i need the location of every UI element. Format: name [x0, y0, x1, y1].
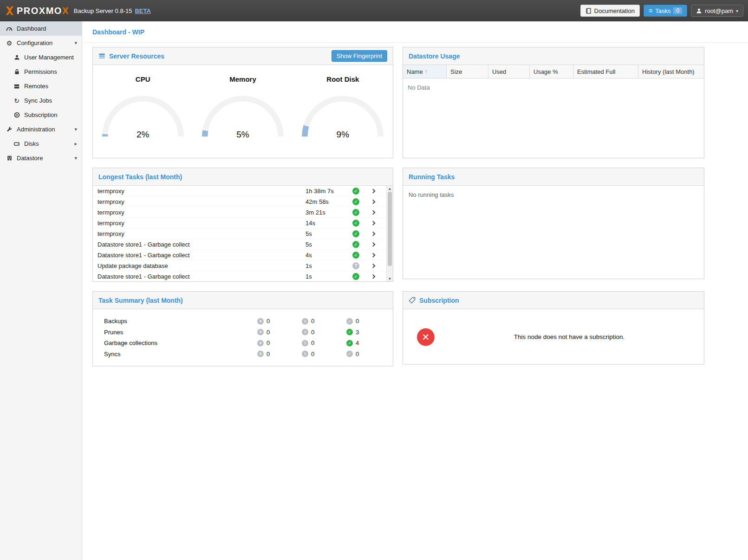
- ok-count[interactable]: 0: [356, 351, 359, 358]
- ok-count[interactable]: 4: [356, 339, 359, 346]
- user-label: root@pam: [705, 7, 733, 14]
- task-row[interactable]: Datastore store1 - Garbage collect 1s: [93, 271, 386, 282]
- task-duration: 1s: [306, 273, 347, 280]
- building-icon: [6, 155, 13, 161]
- error-count[interactable]: 0: [267, 351, 270, 358]
- show-fingerprint-button[interactable]: Show Fingerprint: [332, 50, 387, 62]
- task-status-icon: [352, 188, 359, 195]
- server-icon: [13, 83, 20, 90]
- tasks-count-badge: 0: [673, 7, 682, 14]
- warning-count[interactable]: 0: [311, 329, 314, 336]
- panel-title: Server Resources: [109, 52, 164, 60]
- task-status-icon: [352, 252, 359, 259]
- collapse-arrow-icon[interactable]: ▾: [74, 40, 77, 46]
- sidebar-item-sync-jobs[interactable]: ↻ Sync Jobs: [0, 93, 82, 108]
- task-list-icon: ≡: [649, 7, 652, 14]
- column-header-estimated-full[interactable]: Estimated Full: [573, 65, 638, 78]
- task-row[interactable]: termproxy 1h 38m 7s: [93, 186, 386, 196]
- task-status-icon: [352, 220, 359, 227]
- summary-row: Backups 0 0 0: [104, 316, 393, 327]
- sidebar-item-user-management[interactable]: User Management: [0, 50, 82, 65]
- scrollbar-thumb[interactable]: [388, 192, 392, 266]
- task-open-chevron-icon[interactable]: [364, 189, 382, 193]
- sidebar: Dashboard ⚙ Configuration ▾ User Managem…: [0, 21, 82, 560]
- warning-count[interactable]: 0: [311, 318, 314, 325]
- task-open-chevron-icon[interactable]: [364, 221, 382, 225]
- sidebar-item-dashboard[interactable]: Dashboard: [0, 21, 82, 36]
- task-open-chevron-icon[interactable]: [364, 264, 382, 267]
- sidebar-item-disks[interactable]: Disks ▸: [0, 137, 82, 151]
- sidebar-item-configuration[interactable]: ⚙ Configuration ▾: [0, 36, 82, 50]
- sidebar-item-label: Permissions: [24, 68, 57, 75]
- error-count[interactable]: 0: [267, 318, 270, 325]
- scroll-down-icon[interactable]: ▼: [387, 277, 393, 281]
- task-row[interactable]: termproxy 42m 58s: [93, 196, 386, 207]
- user-icon: [13, 54, 20, 60]
- sidebar-item-label: Remotes: [24, 83, 48, 90]
- collapse-arrow-icon[interactable]: ▾: [74, 155, 77, 161]
- task-open-chevron-icon[interactable]: [364, 211, 382, 214]
- task-status-icon: [352, 198, 359, 205]
- panel-title: Task Summary (last Month): [98, 297, 183, 304]
- book-icon: [585, 8, 592, 14]
- sidebar-item-datastore[interactable]: Datastore ▾: [0, 151, 82, 165]
- sidebar-item-administration[interactable]: Administration ▾: [0, 122, 82, 137]
- expand-arrow-icon[interactable]: ▸: [74, 141, 77, 147]
- warning-icon: [302, 340, 308, 346]
- task-name: termproxy: [93, 198, 306, 205]
- error-icon: [257, 351, 264, 357]
- ok-icon: [346, 318, 353, 325]
- documentation-button[interactable]: Documentation: [580, 5, 640, 17]
- sidebar-item-label: Sync Jobs: [24, 97, 52, 104]
- beta-link[interactable]: BETA: [135, 7, 150, 14]
- warning-count[interactable]: 0: [311, 351, 314, 358]
- ok-count[interactable]: 3: [356, 329, 359, 336]
- column-header-history[interactable]: History (last Month): [638, 65, 704, 78]
- task-row[interactable]: termproxy 3m 21s: [93, 207, 386, 218]
- column-header-size[interactable]: Size: [447, 65, 488, 78]
- ticket-icon: [409, 297, 416, 304]
- scroll-up-icon[interactable]: ▲: [387, 187, 393, 191]
- ok-icon: [346, 340, 353, 346]
- running-tasks-panel: Running Tasks No running tasks: [403, 168, 704, 279]
- proxmox-logo: PROXMOX: [5, 6, 69, 16]
- task-summary-panel: Task Summary (last Month) Backups 0 0 0 …: [92, 291, 393, 366]
- sidebar-item-subscription[interactable]: Subscription: [0, 108, 82, 122]
- task-name: Datastore store1 - Garbage collect: [93, 241, 306, 248]
- task-open-chevron-icon[interactable]: [364, 232, 382, 235]
- memory-gauge: Memory 5%: [193, 65, 293, 158]
- column-header-usage-pct[interactable]: Usage %: [530, 65, 573, 78]
- hdd-icon: [13, 141, 20, 147]
- error-count[interactable]: 0: [267, 339, 270, 346]
- collapse-arrow-icon[interactable]: ▾: [74, 126, 77, 132]
- task-open-chevron-icon[interactable]: [364, 200, 382, 203]
- task-duration: 42m 58s: [306, 198, 347, 205]
- sidebar-item-remotes[interactable]: Remotes: [0, 79, 82, 93]
- tasks-button[interactable]: ≡ Tasks 0: [644, 5, 687, 17]
- sidebar-item-label: Datastore: [17, 155, 43, 162]
- warning-count[interactable]: 0: [311, 339, 314, 346]
- ok-count[interactable]: 0: [356, 318, 359, 325]
- tachometer-icon: [6, 26, 13, 32]
- summary-row: Garbage collections 0 0 4: [104, 338, 393, 349]
- panel-title: Subscription: [419, 297, 459, 304]
- user-menu-button[interactable]: root@pam ▾: [691, 5, 743, 17]
- proxmox-x-icon: [5, 6, 15, 16]
- task-name: Datastore store1 - Garbage collect: [93, 273, 306, 280]
- column-header-name[interactable]: Name ↑: [403, 65, 447, 78]
- task-row[interactable]: termproxy 5s: [93, 228, 386, 239]
- sidebar-item-permissions[interactable]: Permissions: [0, 65, 82, 79]
- task-row[interactable]: Datastore store1 - Garbage collect 4s: [93, 250, 386, 260]
- task-row[interactable]: Datastore store1 - Garbage collect 5s: [93, 239, 386, 250]
- task-open-chevron-icon[interactable]: [364, 243, 382, 246]
- task-open-chevron-icon[interactable]: [364, 254, 382, 257]
- error-count[interactable]: 0: [267, 329, 270, 336]
- chevron-down-icon: ▾: [736, 8, 738, 13]
- no-subscription-icon: ✕: [417, 328, 435, 346]
- task-row[interactable]: termproxy 14s: [93, 218, 386, 228]
- scrollbar[interactable]: ▲ ▼: [386, 186, 393, 282]
- column-header-used[interactable]: Used: [488, 65, 530, 78]
- gauge-label: Root Disk: [326, 75, 359, 83]
- task-row[interactable]: Update package database 1s: [93, 260, 386, 271]
- task-open-chevron-icon[interactable]: [364, 275, 382, 278]
